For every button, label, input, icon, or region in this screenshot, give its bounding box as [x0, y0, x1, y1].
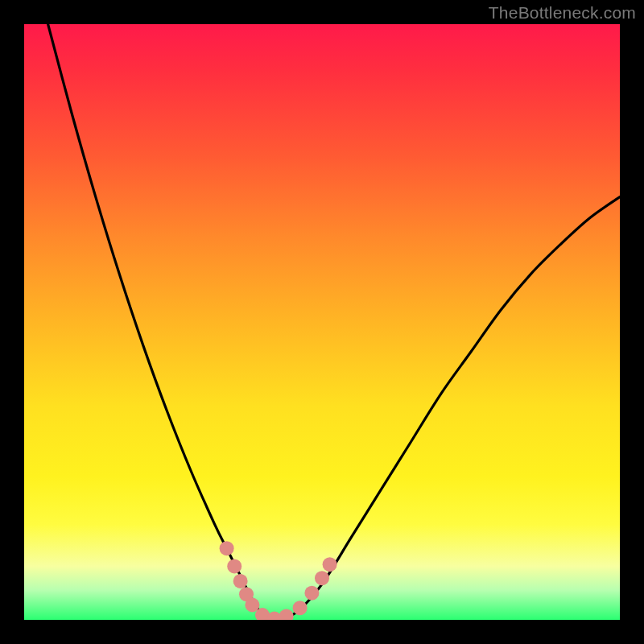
chart-frame: TheBottleneck.com	[0, 0, 644, 644]
watermark-text: TheBottleneck.com	[489, 3, 636, 23]
bottleneck-curve	[48, 24, 620, 620]
chart-svg	[24, 24, 620, 620]
curve-marker	[315, 571, 329, 585]
curve-marker	[323, 557, 337, 572]
curve-marker	[220, 541, 234, 555]
curve-marker	[227, 559, 242, 573]
curve-marker	[233, 574, 248, 588]
curve-markers	[220, 541, 337, 620]
plot-area	[24, 24, 620, 620]
curve-marker	[293, 601, 308, 615]
curve-marker	[279, 609, 294, 620]
curve-marker	[304, 586, 319, 601]
